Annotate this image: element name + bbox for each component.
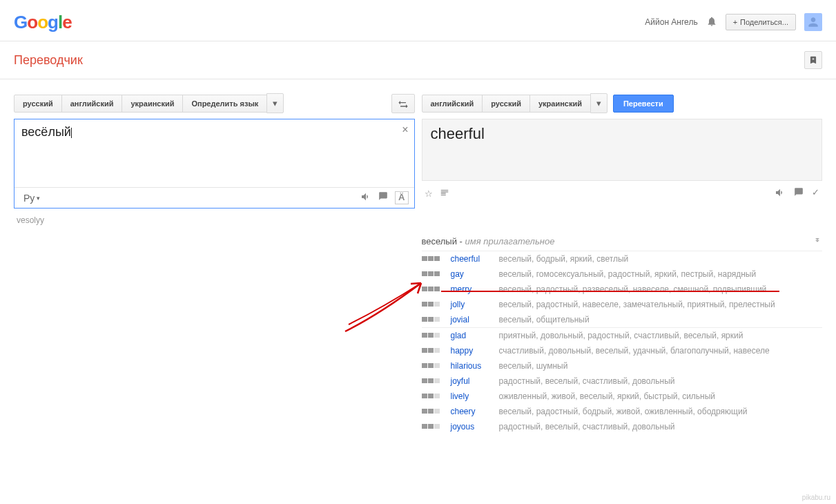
main: русский английский украинский Определить… xyxy=(0,79,836,448)
dict-row: livelyоживленный, живой, веселый, яркий,… xyxy=(422,389,823,404)
dict-translation-word[interactable]: happy xyxy=(451,346,499,356)
source-input[interactable]: весёлый × Ру ▾ Ä xyxy=(14,119,415,209)
dict-row: merryвеселый, радостный, развеселый, нав… xyxy=(422,282,823,297)
dict-back-translations: веселый, бодрый, яркий, светлый xyxy=(499,254,823,264)
translate-button[interactable]: Перевести xyxy=(613,95,674,113)
listen-source-icon[interactable] xyxy=(360,191,371,204)
frequency-bars xyxy=(422,424,444,429)
expand-icon[interactable] xyxy=(813,236,822,248)
dict-back-translations: веселый, шумный xyxy=(499,361,823,371)
header: Google Аййон Ангель + Поделиться... xyxy=(0,0,836,41)
dict-back-translations: веселый, радостный, навеселе, замечатель… xyxy=(499,300,823,309)
phrasebook-button[interactable] xyxy=(804,51,822,69)
plus-icon: + xyxy=(733,18,737,26)
clear-input-button[interactable]: × xyxy=(402,124,408,136)
frequency-bars xyxy=(422,256,444,261)
dict-group: cheerfulвеселый, бодрый, яркий, светлыйg… xyxy=(422,251,823,327)
target-lang-russian[interactable]: русский xyxy=(482,95,530,113)
keyboard-icon[interactable]: Ä xyxy=(395,191,408,204)
target-lang-english[interactable]: английский xyxy=(422,95,483,113)
notifications-icon[interactable] xyxy=(706,16,717,29)
source-lang-dropdown[interactable]: ▾ xyxy=(266,93,284,113)
share-label: Поделиться... xyxy=(740,18,788,26)
dict-translation-word[interactable]: jovial xyxy=(451,315,499,324)
dict-row: cheerfulвеселый, бодрый, яркий, светлый xyxy=(422,251,823,266)
dict-translation-word[interactable]: cheery xyxy=(451,407,499,416)
dict-row: hilariousвеселый, шумный xyxy=(422,358,823,374)
dict-header: веселый - имя прилагательное xyxy=(422,236,823,246)
frequency-bars xyxy=(422,363,444,368)
swap-languages-button[interactable] xyxy=(391,94,415,113)
username[interactable]: Аййон Ангель xyxy=(645,17,697,27)
source-lang-detect[interactable]: Определить язык xyxy=(182,95,267,113)
frequency-bars xyxy=(422,378,444,383)
frequency-bars xyxy=(422,348,444,353)
share-button[interactable]: + Поделиться... xyxy=(726,14,796,30)
dict-translation-word[interactable]: lively xyxy=(451,391,499,401)
phrasebook-target-icon[interactable] xyxy=(794,187,804,200)
dict-translation-word[interactable]: jolly xyxy=(451,300,499,309)
dict-pos: имя прилагательное xyxy=(465,236,555,246)
dict-back-translations: веселый, общительный xyxy=(499,315,823,324)
dict-back-translations: веселый, радостный, бодрый, живой, оживл… xyxy=(499,407,823,416)
dict-translation-word[interactable]: cheerful xyxy=(451,254,499,264)
title-bar: Переводчик xyxy=(0,41,836,79)
dict-translation-word[interactable]: joyful xyxy=(451,376,499,386)
avatar[interactable] xyxy=(804,13,822,31)
dict-back-translations: веселый, гомосексуальный, радостный, ярк… xyxy=(499,269,823,279)
dict-translation-word[interactable]: joyous xyxy=(451,422,499,432)
dict-translation-word[interactable]: merry xyxy=(451,284,499,294)
dict-translation-word[interactable]: gay xyxy=(451,269,499,279)
target-lang-row: английский русский украинский ▾ Перевест… xyxy=(422,93,823,113)
frequency-bars xyxy=(422,333,444,338)
google-logo[interactable]: Google xyxy=(14,12,72,33)
dict-back-translations: оживленный, живой, веселый, яркий, быстр… xyxy=(499,391,823,401)
dictionary: веселый - имя прилагательное cheerfulвес… xyxy=(422,236,823,434)
dict-row: joyfulрадостный, веселый, счастливый, до… xyxy=(422,374,823,389)
dict-translation-word[interactable]: hilarious xyxy=(451,361,499,371)
dict-word: веселый xyxy=(422,236,457,246)
output-text: cheerful xyxy=(431,125,814,143)
dict-back-translations: счастливый, довольный, веселый, удачный,… xyxy=(499,346,823,356)
source-lang-ukrainian[interactable]: украинский xyxy=(121,95,183,113)
input-text: весёлый xyxy=(21,125,71,139)
frequency-bars xyxy=(422,302,444,307)
underline-annotation-2 xyxy=(441,291,555,292)
dict-group: gladприятный, довольный, радостный, счас… xyxy=(422,327,823,434)
check-icon[interactable]: ✓ xyxy=(812,187,819,200)
dict-row: gladприятный, довольный, радостный, счас… xyxy=(422,328,823,343)
dict-back-translations: веселый, радостный, развеселый, навеселе… xyxy=(499,284,823,294)
dict-back-translations: приятный, довольный, радостный, счастлив… xyxy=(499,331,823,340)
dict-row: jovialвеселый, общительный xyxy=(422,312,823,327)
source-lang-russian[interactable]: русский xyxy=(14,95,62,113)
frequency-bars xyxy=(422,317,444,322)
dict-back-translations: радостный, веселый, счастливый, довольны… xyxy=(499,376,823,386)
output-box: cheerful xyxy=(422,119,823,181)
input-method-button[interactable]: Ру ▾ xyxy=(20,191,43,206)
select-all-icon[interactable] xyxy=(440,188,449,200)
source-column: русский английский украинский Определить… xyxy=(14,93,415,434)
source-lang-row: русский английский украинский Определить… xyxy=(14,93,415,113)
dict-back-translations: радостный, веселый, счастливый, довольны… xyxy=(499,422,823,432)
frequency-bars xyxy=(422,271,444,276)
target-lang-dropdown[interactable]: ▾ xyxy=(590,93,607,113)
target-lang-ukrainian[interactable]: украинский xyxy=(529,95,591,113)
dict-row: happyсчастливый, довольный, веселый, уда… xyxy=(422,343,823,358)
dict-row: gayвеселый, гомосексуальный, радостный, … xyxy=(422,266,823,282)
dict-row: jollyвеселый, радостный, навеселе, замеч… xyxy=(422,297,823,312)
source-lang-english[interactable]: английский xyxy=(61,95,123,113)
phrasebook-source-icon[interactable] xyxy=(378,191,388,204)
star-icon[interactable]: ☆ xyxy=(425,188,433,199)
frequency-bars xyxy=(422,409,444,414)
frequency-bars xyxy=(422,394,444,398)
transliteration: vesolyy xyxy=(17,215,415,225)
output-footer: ☆ ✓ xyxy=(422,181,823,202)
frequency-bars xyxy=(422,287,444,291)
dict-row: cheeryвеселый, радостный, бодрый, живой,… xyxy=(422,404,823,419)
header-right: Аййон Ангель + Поделиться... xyxy=(645,13,822,31)
dict-translation-word[interactable]: glad xyxy=(451,331,499,340)
input-footer: Ру ▾ Ä xyxy=(14,187,414,208)
listen-target-icon[interactable] xyxy=(775,187,786,200)
text-cursor xyxy=(71,128,75,138)
target-column: английский русский украинский ▾ Перевест… xyxy=(422,93,823,434)
